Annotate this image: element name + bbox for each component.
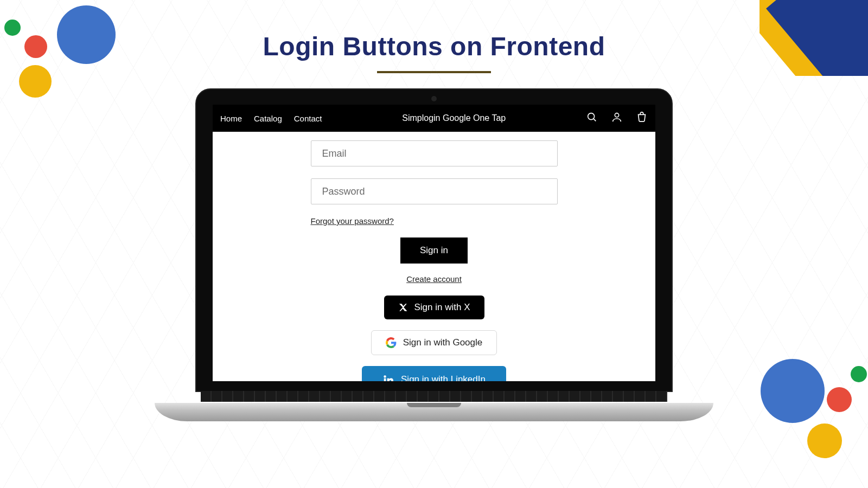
signin-linkedin-button[interactable]: Sign in with LinkedIn bbox=[362, 366, 506, 381]
decor-circle bbox=[851, 366, 867, 382]
signin-google-button[interactable]: Sign in with Google bbox=[371, 330, 497, 355]
account-icon[interactable] bbox=[611, 111, 623, 125]
camera-dot bbox=[431, 96, 437, 101]
signin-x-label: Sign in with X bbox=[414, 302, 470, 313]
signin-x-button[interactable]: Sign in with X bbox=[384, 296, 484, 319]
decor-circle bbox=[827, 387, 852, 412]
laptop-bezel: Home Catalog Contact Simplogin Google On… bbox=[195, 88, 673, 392]
svg-line-1 bbox=[593, 119, 596, 121]
nav-links: Home Catalog Contact bbox=[220, 114, 322, 123]
cart-icon[interactable] bbox=[636, 111, 648, 125]
nav-catalog[interactable]: Catalog bbox=[254, 114, 282, 123]
laptop-lip bbox=[407, 403, 461, 407]
nav-contact[interactable]: Contact bbox=[294, 114, 322, 123]
storefront-screen: Home Catalog Contact Simplogin Google On… bbox=[213, 105, 655, 381]
forgot-password-link[interactable]: Forgot your password? bbox=[311, 216, 394, 226]
decor-circle bbox=[19, 65, 52, 98]
email-placeholder: Email bbox=[322, 148, 347, 159]
create-account-link[interactable]: Create account bbox=[406, 274, 462, 284]
login-form: Email Password Forgot your password? Sig… bbox=[311, 140, 558, 381]
signin-linkedin-label: Sign in with LinkedIn bbox=[401, 374, 486, 381]
laptop-base bbox=[155, 403, 713, 421]
nav-home[interactable]: Home bbox=[220, 114, 242, 123]
x-icon bbox=[398, 303, 408, 312]
laptop-keyboard bbox=[201, 391, 667, 402]
signin-button[interactable]: Sign in bbox=[400, 237, 468, 264]
site-header: Home Catalog Contact Simplogin Google On… bbox=[213, 105, 655, 132]
decor-circle bbox=[807, 423, 842, 458]
page-title: Login Buttons on Frontend bbox=[0, 31, 868, 61]
svg-point-0 bbox=[588, 113, 595, 120]
decor-circle bbox=[761, 359, 825, 423]
email-field[interactable]: Email bbox=[311, 140, 558, 166]
password-field[interactable]: Password bbox=[311, 178, 558, 204]
google-icon bbox=[386, 337, 397, 348]
site-title: Simplogin Google One Tap bbox=[322, 113, 586, 123]
linkedin-icon bbox=[382, 374, 394, 381]
search-icon[interactable] bbox=[586, 111, 598, 125]
signin-google-label: Sign in with Google bbox=[403, 337, 482, 348]
header-icons bbox=[586, 111, 648, 125]
svg-point-2 bbox=[615, 113, 618, 117]
laptop-mockup: Home Catalog Contact Simplogin Google On… bbox=[155, 88, 713, 421]
password-placeholder: Password bbox=[322, 186, 365, 197]
